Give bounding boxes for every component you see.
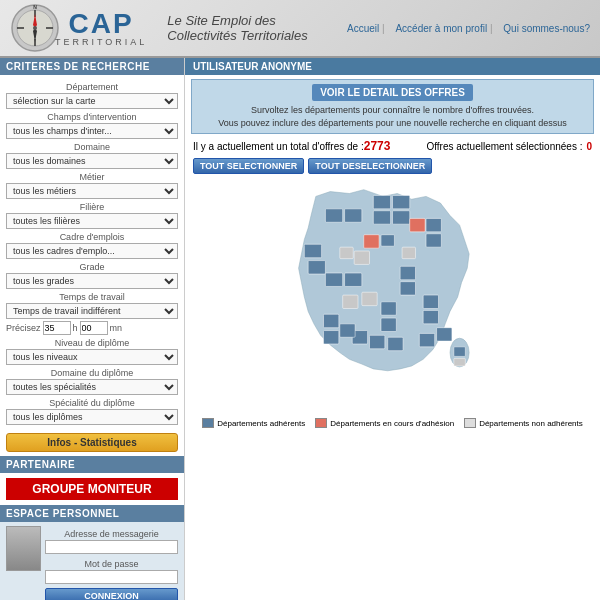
select-buttons: TOUT SELECTIONNER TOUT DESELECTIONNER bbox=[185, 156, 600, 178]
svg-rect-32 bbox=[423, 295, 438, 308]
sidebar: CRITERES DE RECHERCHE Département sélect… bbox=[0, 58, 185, 600]
temps-mn-input[interactable] bbox=[80, 321, 108, 335]
partenaire-section: GROUPE MONITEUR bbox=[0, 473, 184, 505]
metier-select[interactable]: tous les métiers bbox=[6, 183, 178, 199]
espace-title: ESPACE PERSONNEL bbox=[0, 505, 184, 522]
offres-desc: Survoltez les départements pour connaîtr… bbox=[198, 104, 587, 129]
criteria-section: Département sélection sur la carte Champ… bbox=[0, 75, 184, 429]
svg-rect-36 bbox=[340, 324, 355, 337]
domaine-diplome-select[interactable]: toutes les spécialités bbox=[6, 379, 178, 395]
domaine-label: Domaine bbox=[6, 142, 178, 152]
info-stats-button[interactable]: Infos - Statistiques bbox=[6, 433, 178, 452]
espace-inner: Adresse de messagerie Mot de passe CONNE… bbox=[6, 526, 178, 600]
cadre-select[interactable]: tous les cadres d'emplo... bbox=[6, 243, 178, 259]
svg-rect-14 bbox=[325, 209, 342, 222]
svg-rect-43 bbox=[343, 295, 358, 308]
svg-rect-35 bbox=[324, 331, 339, 344]
domaine-select[interactable]: tous les domaines bbox=[6, 153, 178, 169]
svg-rect-33 bbox=[423, 311, 438, 324]
temps-mn-unit: mn bbox=[110, 323, 123, 333]
nav-accueil[interactable]: Accueil bbox=[347, 23, 379, 34]
filiere-select[interactable]: toutes les filières bbox=[6, 213, 178, 229]
svg-rect-17 bbox=[308, 261, 325, 274]
nav-qui-sommes[interactable]: Qui sommes-nous? bbox=[503, 23, 590, 34]
legend-adhesion-label: Départements en cours d'adhésion bbox=[330, 419, 454, 428]
precisez-label: Précisez bbox=[6, 323, 41, 333]
total-label: Il y a actuellement un total d'offres de… bbox=[193, 141, 364, 152]
legend-adhesion: Départements en cours d'adhésion bbox=[315, 418, 454, 428]
svg-rect-30 bbox=[419, 334, 434, 347]
svg-rect-25 bbox=[381, 302, 396, 315]
avatar bbox=[6, 526, 41, 571]
connexion-button[interactable]: CONNEXION bbox=[45, 588, 178, 600]
cadre-label: Cadre d'emplois bbox=[6, 232, 178, 242]
nav-acceder[interactable]: Accéder à mon profil bbox=[395, 23, 487, 34]
svg-rect-18 bbox=[325, 273, 342, 286]
svg-rect-40 bbox=[340, 247, 353, 259]
header-nav: Accueil | Accéder à mon profil | Qui som… bbox=[339, 23, 590, 34]
tout-selectionner-button[interactable]: TOUT SELECTIONNER bbox=[193, 158, 304, 174]
partenaire-title: PARTENAIRE bbox=[0, 456, 184, 473]
svg-rect-12 bbox=[373, 211, 390, 224]
tout-deselectionner-button[interactable]: TOUT DESELECTIONNER bbox=[308, 158, 432, 174]
france-map[interactable] bbox=[191, 182, 594, 412]
svg-rect-28 bbox=[370, 336, 385, 349]
svg-rect-15 bbox=[345, 209, 362, 222]
champs-select[interactable]: tous les champs d'inter... bbox=[6, 123, 178, 139]
svg-rect-20 bbox=[381, 235, 394, 247]
specialite-label: Spécialité du diplôme bbox=[6, 398, 178, 408]
nav-separator-1: | bbox=[382, 23, 387, 34]
offres-desc-line2: Vous pouvez inclure des départements pou… bbox=[218, 118, 567, 128]
legend-adherent-label: Départements adhérents bbox=[217, 419, 305, 428]
adresse-label: Adresse de messagerie bbox=[45, 529, 178, 539]
svg-rect-23 bbox=[400, 267, 415, 280]
territorial-brand: TERRITORIAL bbox=[55, 38, 147, 47]
svg-rect-24 bbox=[400, 282, 415, 295]
legend-adhesion-box bbox=[315, 418, 327, 428]
svg-text:N: N bbox=[33, 4, 37, 10]
precisez-row: Précisez h mn bbox=[6, 321, 178, 335]
niveau-select[interactable]: tous les niveaux bbox=[6, 349, 178, 365]
selected-count: 0 bbox=[586, 141, 592, 152]
espace-form: Adresse de messagerie Mot de passe CONNE… bbox=[45, 526, 178, 600]
niveau-diplome-label: Niveau de diplôme bbox=[6, 338, 178, 348]
filiere-label: Filière bbox=[6, 202, 178, 212]
mdp-label: Mot de passe bbox=[45, 559, 178, 569]
voir-detail-button-top[interactable]: VOIR LE DETAIL DES OFFRES bbox=[312, 84, 473, 101]
legend-non-box bbox=[464, 418, 476, 428]
temps-label: Temps de travail bbox=[6, 292, 178, 302]
utilisateur-bar: UTILISATEUR ANONYME bbox=[185, 58, 600, 75]
site-title: Le Site Emploi des Collectivités Territo… bbox=[167, 13, 339, 43]
svg-rect-41 bbox=[402, 247, 415, 259]
grade-label: Grade bbox=[6, 262, 178, 272]
svg-rect-22 bbox=[426, 234, 441, 247]
header: N CAP TERRITORIAL Le Site Emploi des Col… bbox=[0, 0, 600, 58]
temps-select[interactable]: Temps de travail indifférent bbox=[6, 303, 178, 319]
svg-rect-46 bbox=[454, 359, 466, 367]
selected-label: Offres actuellement sélectionnées : bbox=[426, 141, 582, 152]
dept-label: Département bbox=[6, 82, 178, 92]
svg-rect-11 bbox=[393, 196, 410, 209]
nav-separator-2: | bbox=[490, 23, 495, 34]
espace-section: Adresse de messagerie Mot de passe CONNE… bbox=[0, 522, 184, 600]
compass-icon: N bbox=[10, 3, 60, 53]
total-count: 2773 bbox=[364, 139, 391, 153]
offres-desc-line1: Survoltez les départements pour connaîtr… bbox=[251, 105, 534, 115]
svg-rect-21 bbox=[426, 219, 441, 232]
departement-select[interactable]: sélection sur la carte bbox=[6, 93, 178, 109]
legend-adherent-box bbox=[202, 418, 214, 428]
grade-select[interactable]: tous les grades bbox=[6, 273, 178, 289]
champs-label: Champs d'intervention bbox=[6, 112, 178, 122]
adresse-input[interactable] bbox=[45, 540, 178, 554]
svg-rect-19 bbox=[345, 273, 362, 286]
moniteur-logo: GROUPE MONITEUR bbox=[6, 478, 178, 500]
svg-rect-10 bbox=[373, 196, 390, 209]
svg-rect-38 bbox=[364, 235, 379, 248]
offres-banner: VOIR LE DETAIL DES OFFRES Survoltez les … bbox=[191, 79, 594, 134]
svg-rect-26 bbox=[381, 318, 396, 331]
legend-non-label: Départements non adhérents bbox=[479, 419, 583, 428]
password-input[interactable] bbox=[45, 570, 178, 584]
svg-point-8 bbox=[33, 26, 37, 30]
specialite-select[interactable]: tous les diplômes bbox=[6, 409, 178, 425]
temps-h-input[interactable] bbox=[43, 321, 71, 335]
